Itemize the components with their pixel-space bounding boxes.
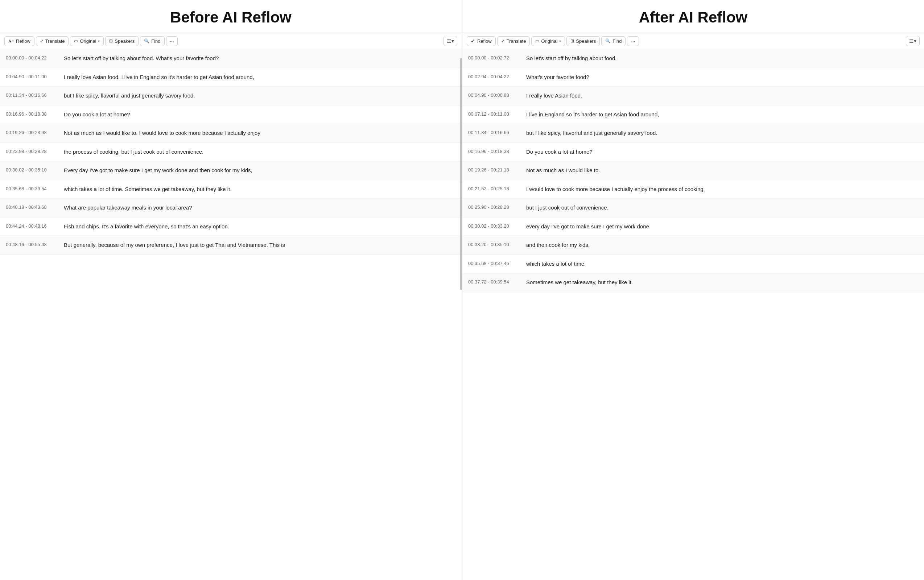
timestamp: 00:16.96 - 00:18.38: [468, 148, 519, 154]
after-transcript-area[interactable]: 00:00.00 - 00:02.72 So let's start off b…: [462, 49, 924, 580]
after-toolbar: ✓ Reflow ⤢ Translate ▭ Original ▾ ⊞ Spea…: [462, 33, 924, 49]
before-find-btn[interactable]: 🔍 Find: [140, 36, 164, 46]
table-row: 00:40.18 - 00:43.68 What are popular tak…: [0, 199, 462, 218]
transcript-text: Every day I've got to make sure I get my…: [64, 166, 456, 175]
speakers-icon: ⊞: [109, 38, 113, 43]
after-toolbar-right: ☰▾: [906, 36, 920, 46]
transcript-text: I really love Asian food. I live in Engl…: [64, 73, 456, 82]
timestamp: 00:35.68 - 00:37.46: [468, 260, 519, 266]
transcript-text: which takes a lot of time.: [526, 260, 918, 268]
timestamp: 00:00.00 - 00:02.72: [468, 54, 519, 61]
transcript-text: But generally, because of my own prefere…: [64, 241, 456, 249]
timestamp: 00:00.00 - 00:04.22: [6, 54, 56, 61]
before-reflow-btn[interactable]: 𝐀≡ Reflow: [4, 36, 35, 46]
transcript-text: Not as much as I would like to. I would …: [64, 129, 456, 137]
before-layout-btn[interactable]: ☰▾: [444, 36, 457, 46]
transcript-text: So let's start off by talking about food…: [526, 54, 918, 63]
find-icon: 🔍: [605, 38, 610, 43]
table-row: 00:37.72 - 00:39.54 Sometimes we get tak…: [462, 274, 924, 292]
timestamp: 00:23.98 - 00:28.28: [6, 148, 56, 154]
timestamp: 00:19.26 - 00:21.18: [468, 166, 519, 173]
transcript-text: every day I've got to make sure I get my…: [526, 222, 918, 231]
transcript-text: What's your favorite food?: [526, 73, 918, 82]
before-original-btn[interactable]: ▭ Original ▾: [70, 36, 104, 46]
find-icon: 🔍: [144, 38, 149, 43]
timestamp: 00:30.02 - 00:35.10: [6, 166, 56, 173]
transcript-text: What are popular takeaway meals in your …: [64, 204, 456, 212]
transcript-text: Do you cook a lot at home?: [64, 110, 456, 119]
before-more-btn[interactable]: ···: [166, 36, 178, 46]
timestamp: 00:21.52 - 00:25.18: [468, 185, 519, 191]
reflow-icon: 𝐀≡: [8, 38, 14, 43]
table-row: 00:19.26 - 00:23.98 Not as much as I wou…: [0, 124, 462, 143]
table-row: 00:02.94 - 00:04.22 What's your favorite…: [462, 68, 924, 87]
table-row: 00:21.52 - 00:25.18 I would love to cook…: [462, 180, 924, 199]
timestamp: 00:11.34 - 00:16.66: [468, 129, 519, 135]
transcript-text: the process of cooking, but I just cook …: [64, 148, 456, 156]
table-row: 00:00.00 - 00:04.22 So let's start off b…: [0, 49, 462, 68]
transcript-text: Do you cook a lot at home?: [526, 148, 918, 156]
transcript-text: I would love to cook more because I actu…: [526, 185, 918, 194]
timestamp: 00:07.12 - 00:11.00: [468, 110, 519, 117]
table-row: 00:11.34 - 00:16.66 but I like spicy, fl…: [462, 124, 924, 143]
table-row: 00:35.68 - 00:37.46 which takes a lot of…: [462, 255, 924, 274]
after-layout-btn[interactable]: ☰▾: [906, 36, 920, 46]
translate-icon: ⤢: [501, 38, 505, 43]
before-transcript-area[interactable]: 00:00.00 - 00:04.22 So let's start off b…: [0, 49, 462, 580]
table-row: 00:33.20 - 00:35.10 and then cook for my…: [462, 236, 924, 255]
table-row: 00:07.12 - 00:11.00 I live in England so…: [462, 105, 924, 124]
transcript-text: but I like spicy, flavorful and just gen…: [526, 129, 918, 137]
timestamp: 00:33.20 - 00:35.10: [468, 241, 519, 247]
before-toolbar-right: ☰▾: [444, 36, 457, 46]
original-icon: ▭: [74, 38, 78, 43]
translate-icon: ⤢: [40, 38, 43, 43]
before-toolbar: 𝐀≡ Reflow ⤢ Translate ▭ Original ▾ ⊞ Spe…: [0, 33, 462, 49]
transcript-text: Fish and chips. It's a favorite with eve…: [64, 222, 456, 231]
transcript-text: So let's start off by talking about food…: [64, 54, 456, 63]
transcript-text: and then cook for my kids,: [526, 241, 918, 249]
original-dropdown-icon: ▾: [98, 39, 100, 43]
after-find-btn[interactable]: 🔍 Find: [601, 36, 625, 46]
table-row: 00:30.02 - 00:35.10 Every day I've got t…: [0, 161, 462, 180]
timestamp: 00:48.16 - 00:55.48: [6, 241, 56, 247]
transcript-text: I really love Asian food.: [526, 92, 918, 100]
after-more-btn[interactable]: ···: [627, 36, 639, 46]
table-row: 00:16.96 - 00:18.38 Do you cook a lot at…: [0, 105, 462, 124]
table-row: 00:19.26 - 00:21.18 Not as much as I wou…: [462, 161, 924, 180]
timestamp: 00:04.90 - 00:11.00: [6, 73, 56, 79]
timestamp: 00:19.26 - 00:23.98: [6, 129, 56, 135]
before-title: Before AI Reflow: [0, 0, 462, 33]
transcript-text: but I just cook out of convenience.: [526, 204, 918, 212]
table-row: 00:00.00 - 00:02.72 So let's start off b…: [462, 49, 924, 68]
timestamp: 00:11.34 - 00:16.66: [6, 92, 56, 98]
table-row: 00:48.16 - 00:55.48 But generally, becau…: [0, 236, 462, 255]
reflow-check-icon: ✓: [471, 38, 475, 44]
speakers-icon: ⊞: [571, 38, 574, 43]
timestamp: 00:16.96 - 00:18.38: [6, 110, 56, 117]
after-translate-btn[interactable]: ⤢ Translate: [497, 36, 530, 46]
timestamp: 00:25.90 - 00:28.28: [468, 204, 519, 210]
table-row: 00:44.24 - 00:48.16 Fish and chips. It's…: [0, 218, 462, 236]
before-panel: Before AI Reflow 𝐀≡ Reflow ⤢ Translate ▭…: [0, 0, 462, 580]
transcript-text: but I like spicy, flavorful and just gen…: [64, 92, 456, 100]
before-speakers-btn[interactable]: ⊞ Speakers: [105, 36, 139, 46]
after-panel: After AI Reflow ✓ Reflow ⤢ Translate ▭ O…: [462, 0, 924, 580]
table-row: 00:16.96 - 00:18.38 Do you cook a lot at…: [462, 143, 924, 161]
timestamp: 00:02.94 - 00:04.22: [468, 73, 519, 79]
table-row: 00:25.90 - 00:28.28 but I just cook out …: [462, 199, 924, 218]
table-row: 00:23.98 - 00:28.28 the process of cooki…: [0, 143, 462, 161]
table-row: 00:35.68 - 00:39.54 which takes a lot of…: [0, 180, 462, 199]
table-row: 00:11.34 - 00:16.66 but I like spicy, fl…: [0, 87, 462, 105]
after-speakers-btn[interactable]: ⊞ Speakers: [566, 36, 600, 46]
original-dropdown-icon: ▾: [559, 39, 561, 43]
timestamp: 00:37.72 - 00:39.54: [468, 278, 519, 285]
transcript-text: Not as much as I would like to.: [526, 166, 918, 175]
after-original-btn[interactable]: ▭ Original ▾: [531, 36, 565, 46]
timestamp: 00:04.90 - 00:06.88: [468, 92, 519, 98]
transcript-text: which takes a lot of time. Sometimes we …: [64, 185, 456, 194]
after-reflow-btn[interactable]: ✓ Reflow: [467, 36, 496, 46]
timestamp: 00:40.18 - 00:43.68: [6, 204, 56, 210]
table-row: 00:04.90 - 00:11.00 I really love Asian …: [0, 68, 462, 87]
timestamp: 00:35.68 - 00:39.54: [6, 185, 56, 191]
before-translate-btn[interactable]: ⤢ Translate: [36, 36, 69, 46]
